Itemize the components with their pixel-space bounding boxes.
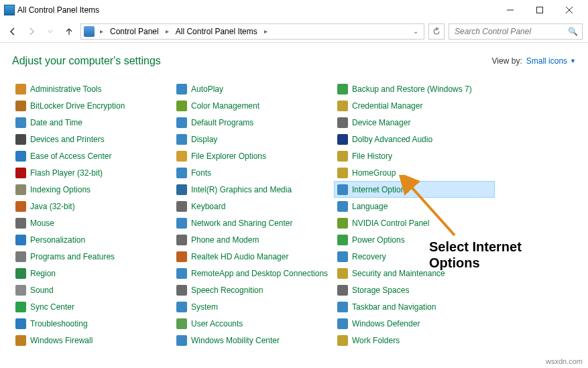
cp-item[interactable]: Date and Time: [12, 114, 173, 131]
cp-item-icon: [176, 218, 187, 229]
close-button[interactable]: [554, 1, 584, 19]
cp-item[interactable]: Indexing Options: [12, 181, 173, 198]
cp-item[interactable]: Credential Manager: [334, 97, 495, 114]
cp-item-label: Windows Firewall: [30, 336, 93, 345]
maximize-button[interactable]: [525, 1, 554, 19]
cp-item[interactable]: NVIDIA Control Panel: [334, 214, 495, 231]
cp-item[interactable]: Java (32-bit): [12, 198, 173, 214]
cp-item-icon: [15, 184, 26, 195]
cp-item[interactable]: Flash Player (32-bit): [12, 164, 173, 181]
cp-item[interactable]: Personalization: [12, 231, 173, 248]
cp-item-label: File History: [352, 151, 392, 161]
titlebar: All Control Panel Items: [0, 0, 588, 20]
cp-item-icon: [15, 335, 26, 346]
items-grid: Administrative ToolsBitLocker Drive Encr…: [0, 71, 588, 355]
cp-item[interactable]: Keyboard: [173, 198, 334, 214]
cp-item-label: HomeGroup: [352, 168, 396, 178]
cp-item[interactable]: Fonts: [173, 164, 334, 181]
cp-item[interactable]: Phone and Modem: [173, 231, 334, 248]
cp-item[interactable]: User Accounts: [173, 315, 334, 332]
cp-item-label: Mouse: [30, 219, 54, 228]
search-input[interactable]: [453, 26, 565, 37]
cp-item[interactable]: AutoPlay: [173, 80, 334, 97]
cp-item[interactable]: Ease of Access Center: [12, 147, 173, 164]
back-button[interactable]: [5, 24, 20, 39]
address-bar[interactable]: ▸ Control Panel ▸ All Control Panel Item…: [80, 23, 424, 40]
chevron-right-icon[interactable]: ▸: [164, 27, 170, 35]
cp-item-icon: [176, 318, 187, 329]
cp-item[interactable]: Windows Defender: [334, 315, 495, 332]
cp-item-icon: [337, 285, 348, 296]
cp-item-icon: [176, 134, 187, 145]
search-icon[interactable]: 🔍: [568, 27, 578, 36]
cp-item[interactable]: Windows Firewall: [12, 332, 173, 349]
forward-button[interactable]: [24, 24, 39, 39]
refresh-button[interactable]: [428, 23, 445, 40]
cp-item[interactable]: File Explorer Options: [173, 147, 334, 164]
cp-item-icon: [337, 235, 348, 245]
minimize-button[interactable]: [495, 1, 525, 19]
cp-item-icon: [337, 335, 348, 346]
cp-item[interactable]: RemoteApp and Desktop Connections: [173, 265, 334, 282]
cp-item-icon: [337, 218, 348, 229]
address-dropdown-icon[interactable]: ⌄: [410, 27, 421, 35]
cp-item[interactable]: Devices and Printers: [12, 131, 173, 147]
cp-item[interactable]: Device Manager: [334, 114, 495, 131]
chevron-right-icon[interactable]: ▸: [99, 27, 105, 35]
cp-item[interactable]: Dolby Advanced Audio: [334, 131, 495, 147]
cp-item-label: RemoteApp and Desktop Connections: [191, 269, 328, 278]
breadcrumb-current[interactable]: All Control Panel Items: [174, 27, 259, 36]
viewby-select[interactable]: Small icons ▼: [526, 56, 576, 66]
cp-item-icon: [337, 151, 348, 162]
up-button[interactable]: [62, 24, 76, 39]
cp-item-label: Keyboard: [191, 202, 225, 211]
cp-item[interactable]: Sound: [12, 282, 173, 298]
cp-item-icon: [337, 168, 348, 178]
cp-item[interactable]: System: [173, 298, 334, 315]
cp-item[interactable]: Default Programs: [173, 114, 334, 131]
cp-item-label: User Accounts: [191, 319, 243, 328]
cp-item-label: Sync Center: [30, 302, 74, 312]
cp-item-label: Realtek HD Audio Manager: [191, 252, 288, 261]
cp-item[interactable]: Realtek HD Audio Manager: [173, 248, 334, 265]
cp-item-label: File Explorer Options: [191, 151, 266, 161]
cp-item-label: Sound: [30, 286, 54, 295]
cp-item[interactable]: Windows Mobility Center: [173, 332, 334, 349]
cp-item[interactable]: Network and Sharing Center: [173, 214, 334, 231]
cp-item[interactable]: Display: [173, 131, 334, 147]
cp-item[interactable]: Mouse: [12, 214, 173, 231]
cp-item[interactable]: Administrative Tools: [12, 80, 173, 97]
cp-item[interactable]: Work Folders: [334, 332, 495, 349]
cp-item-icon: [15, 251, 26, 262]
cp-item[interactable]: Color Management: [173, 97, 334, 114]
window-title: All Control Panel Items: [15, 5, 495, 15]
recent-dropdown[interactable]: [43, 24, 58, 39]
cp-item[interactable]: Storage Spaces: [334, 282, 495, 298]
cp-item-icon: [337, 134, 348, 145]
cp-item-icon: [15, 285, 26, 296]
cp-item[interactable]: Internet Options: [334, 181, 495, 198]
cp-item[interactable]: Language: [334, 198, 495, 214]
cp-item[interactable]: Speech Recognition: [173, 282, 334, 298]
cp-item[interactable]: Intel(R) Graphics and Media: [173, 181, 334, 198]
cp-item[interactable]: Sync Center: [12, 298, 173, 315]
cp-item[interactable]: Region: [12, 265, 173, 282]
cp-item-icon: [337, 268, 348, 279]
cp-item-label: Recovery: [352, 252, 386, 261]
cp-item-label: Windows Mobility Center: [191, 336, 280, 345]
search-box[interactable]: 🔍: [449, 23, 583, 40]
cp-item[interactable]: Programs and Features: [12, 248, 173, 265]
cp-item-label: Flash Player (32-bit): [30, 168, 103, 178]
cp-item[interactable]: Backup and Restore (Windows 7): [334, 80, 495, 97]
breadcrumb-root[interactable]: Control Panel: [109, 27, 160, 36]
cp-item[interactable]: BitLocker Drive Encryption: [12, 97, 173, 114]
cp-item[interactable]: HomeGroup: [334, 164, 495, 181]
cp-item-label: Devices and Printers: [30, 135, 105, 144]
cp-item-label: Display: [191, 135, 217, 144]
cp-item-icon: [176, 151, 187, 162]
cp-item-icon: [337, 117, 348, 128]
cp-item[interactable]: File History: [334, 147, 495, 164]
chevron-right-icon[interactable]: ▸: [263, 27, 269, 35]
cp-item[interactable]: Taskbar and Navigation: [334, 298, 495, 315]
cp-item[interactable]: Troubleshooting: [12, 315, 173, 332]
